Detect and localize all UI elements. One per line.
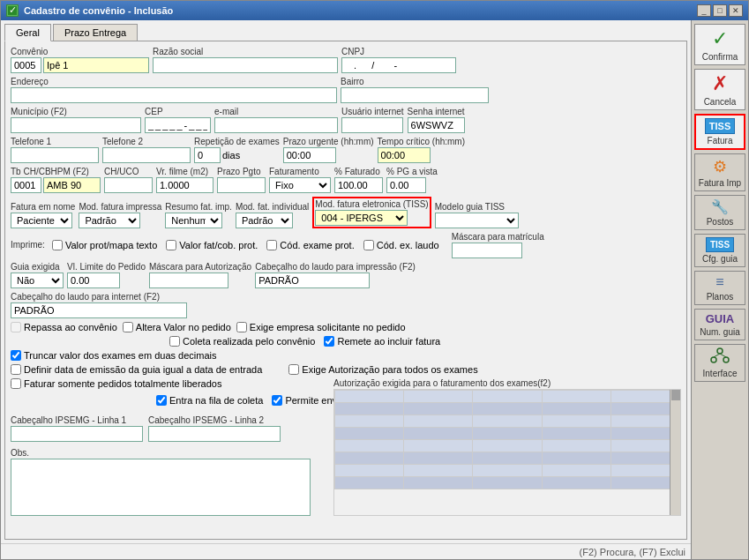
- scrollbar[interactable]: [670, 390, 680, 515]
- planos-button[interactable]: ≡ Planos: [694, 271, 745, 305]
- check-exige-autorizacao-input[interactable]: [288, 364, 299, 375]
- check-remete-input[interactable]: [324, 336, 334, 347]
- ipsemg1-input[interactable]: [11, 426, 143, 442]
- endereco-label: Endereço: [11, 77, 337, 86]
- endereco-input[interactable]: [11, 87, 337, 103]
- faturamento-label: Faturamento: [269, 167, 331, 176]
- check-valor-prot-input[interactable]: [52, 240, 63, 250]
- check-truncar-input[interactable]: [11, 350, 21, 361]
- mascara-autorizacao-input[interactable]: [149, 273, 228, 288]
- mod-fat-individual-select[interactable]: Padrão: [236, 213, 293, 228]
- cep-input[interactable]: [145, 117, 211, 133]
- prazo-pgto-input[interactable]: [217, 177, 266, 193]
- pct-faturado-input[interactable]: [334, 177, 383, 193]
- cabecalho-internet-input[interactable]: [11, 302, 187, 318]
- razao-social-input[interactable]: [153, 57, 338, 73]
- check-repassa-input[interactable]: [11, 322, 21, 332]
- cfg-guia-button[interactable]: TISS Cfg. guia: [694, 234, 745, 267]
- telefone2-input[interactable]: [102, 147, 191, 163]
- form-area: Convênio Razão social CNPJ: [4, 41, 687, 540]
- check-cod-ex-laudo-input[interactable]: [363, 240, 374, 250]
- tb-ch-id-input[interactable]: [11, 177, 41, 193]
- guia-exigida-select[interactable]: Não: [11, 273, 64, 288]
- convenio-id-input[interactable]: [11, 57, 41, 73]
- repeticao-input[interactable]: [194, 147, 221, 163]
- cancela-label: Cancela: [704, 97, 737, 107]
- svg-text:✓: ✓: [9, 6, 17, 15]
- municipio-input[interactable]: [11, 117, 141, 133]
- check-definir-data-input[interactable]: [11, 364, 21, 375]
- close-button[interactable]: ✕: [729, 4, 743, 17]
- tab-geral[interactable]: Geral: [4, 24, 51, 41]
- row-guia: Guia exigida Não Vl. Limite do Pedido Má…: [11, 262, 681, 288]
- fatura-em-nome-select[interactable]: Paciente: [11, 213, 72, 228]
- modelo-guia-tiss-select[interactable]: [435, 213, 519, 228]
- fatura-imp-label: Fatura Imp: [699, 178, 741, 188]
- cancela-button[interactable]: ✗ Cancela: [694, 69, 745, 110]
- svg-point-3: [711, 357, 716, 362]
- fatura-em-nome-label: Fatura em nome: [11, 202, 75, 212]
- check-valor-fat-input[interactable]: [166, 240, 176, 250]
- pct-pg-vista-input[interactable]: [386, 177, 426, 193]
- vl-limite-label: Vl. Limite do Pedido: [67, 262, 146, 272]
- check-entra-fila-group: Entra na fila de coleta: [156, 395, 263, 406]
- tempo-critico-input[interactable]: [378, 147, 431, 163]
- fatura-label: Fatura: [708, 136, 733, 146]
- resumo-fat-imp-select[interactable]: Nenhum: [165, 213, 222, 228]
- fatura-imp-button[interactable]: ⚙ Fatura Imp: [694, 153, 745, 191]
- tab-prazo-entrega[interactable]: Prazo Entrega: [53, 24, 138, 41]
- vl-limite-input[interactable]: [67, 273, 120, 288]
- fatura-button[interactable]: TISS Fatura: [694, 114, 745, 150]
- obs-textarea[interactable]: [11, 459, 311, 516]
- scrollbar-thumb: [671, 390, 680, 400]
- check-coleta-input[interactable]: [169, 336, 180, 347]
- mascara-matricula-input[interactable]: [452, 243, 522, 258]
- tb-ch-name-input[interactable]: [43, 177, 101, 193]
- cabecalho-laudo-input[interactable]: [255, 273, 370, 288]
- check-faturar-input[interactable]: [11, 378, 21, 389]
- check-coleta-label: Coleta realizada pelo convênio: [183, 336, 315, 347]
- sidebar: ✓ Confirma ✗ Cancela TISS Fatura ⚙ Fatur…: [691, 20, 748, 559]
- interface-button[interactable]: Interface: [694, 344, 745, 382]
- field-pct-faturado: % Faturado: [334, 167, 383, 193]
- check-entra-fila-input[interactable]: [156, 395, 167, 406]
- usuario-internet-input[interactable]: [341, 117, 403, 133]
- convenio-name-input[interactable]: [43, 57, 149, 73]
- bairro-input[interactable]: [341, 87, 489, 103]
- check-valor-prot-group: Valor prot/mapa texto: [52, 240, 157, 250]
- telefone1-input[interactable]: [11, 147, 99, 163]
- mod-fatura-impressa-select[interactable]: Padrão: [79, 213, 140, 228]
- autorizacao-table: [334, 390, 680, 489]
- ipsemg2-input[interactable]: [148, 426, 281, 442]
- window-controls[interactable]: _ □ ✕: [697, 4, 743, 17]
- check-permite-sms-input[interactable]: [272, 395, 282, 406]
- minimize-button[interactable]: _: [697, 4, 711, 17]
- row-faturar: Faturar somente pedidos totalmente liber…: [11, 378, 328, 389]
- check-definir-data-label: Definir data de emissão da guia igual a …: [24, 364, 262, 375]
- prazo-urgente-input[interactable]: [283, 147, 336, 163]
- senha-internet-label: Senha internet: [408, 107, 465, 116]
- maximize-button[interactable]: □: [713, 4, 727, 17]
- row-bottom: Faturar somente pedidos totalmente liber…: [11, 378, 681, 516]
- cnpj-input[interactable]: [341, 57, 456, 73]
- postos-button[interactable]: 🔧 Postos: [694, 195, 745, 230]
- mod-fatura-eletronica-select[interactable]: 004 - IPERGS: [315, 210, 408, 226]
- check-altera-valor-input[interactable]: [123, 322, 133, 332]
- autorizacao-table-container: [333, 389, 681, 516]
- resumo-fat-imp-label: Resumo fat. imp.: [165, 202, 232, 212]
- vr-filme-input[interactable]: [156, 177, 213, 193]
- senha-internet-input[interactable]: [408, 117, 465, 133]
- ch-uco-input[interactable]: [104, 177, 153, 193]
- confirma-button[interactable]: ✓ Confirma: [694, 24, 745, 65]
- field-guia-exigida: Guia exigida Não: [11, 262, 64, 288]
- check-exige-empresa-input[interactable]: [236, 322, 247, 332]
- cfg-guia-icon: TISS: [706, 237, 734, 252]
- row-endereco: Endereço Bairro: [11, 77, 681, 103]
- check-cod-exame-prot-input[interactable]: [266, 240, 277, 250]
- num-guia-button[interactable]: GUIA Num. guia: [694, 309, 745, 340]
- tab-bar: Geral Prazo Entrega: [1, 20, 691, 41]
- email-input[interactable]: [214, 117, 338, 133]
- row-checks2: Coleta realizada pelo convênio Remete ao…: [11, 336, 681, 347]
- prazo-pgto-label: Prazo Pgto: [217, 167, 266, 176]
- faturamento-select[interactable]: Fixo: [269, 177, 331, 193]
